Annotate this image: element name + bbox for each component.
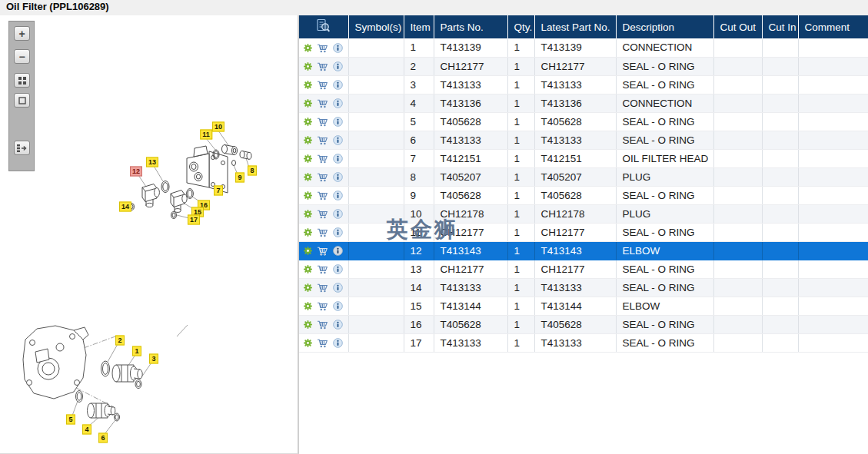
table-row[interactable]: 5 T405628 1 T405628 SEAL - O RING <box>299 112 868 131</box>
table-row[interactable]: 8 T405207 1 T405207 PLUG <box>299 167 868 186</box>
gear-icon[interactable] <box>304 44 312 52</box>
cart-icon[interactable] <box>317 191 328 200</box>
gear-icon[interactable] <box>304 283 312 292</box>
info-icon[interactable] <box>333 209 343 219</box>
callout-11[interactable]: 11 <box>200 130 212 140</box>
info-icon[interactable] <box>333 338 343 348</box>
header-symbols[interactable]: Symbol(s) <box>348 15 404 38</box>
gear-icon[interactable] <box>304 136 312 144</box>
table-row[interactable]: 2 CH12177 1 CH12177 SEAL - O RING <box>299 57 868 75</box>
cart-icon[interactable] <box>317 98 328 108</box>
info-icon[interactable] <box>333 61 343 71</box>
table-row[interactable]: 6 T413133 1 T413133 SEAL - O RING <box>299 131 868 149</box>
callout-10[interactable]: 10 <box>212 122 224 132</box>
header-comment[interactable]: Comment <box>798 15 868 38</box>
table-row[interactable]: 14 T413133 1 T413133 SEAL - O RING <box>299 278 868 297</box>
table-row[interactable]: 13 CH12177 1 CH12177 SEAL - O RING <box>299 260 868 278</box>
info-icon[interactable] <box>333 264 343 274</box>
gear-icon[interactable] <box>304 265 312 273</box>
header-latest-part-no[interactable]: Latest Part No. <box>534 15 616 38</box>
gear-icon[interactable] <box>304 62 312 71</box>
header-cut-in[interactable]: Cut In <box>762 15 798 38</box>
cart-icon[interactable] <box>317 246 328 256</box>
table-row[interactable]: 17 T413133 1 T413133 SEAL - O RING <box>299 333 868 352</box>
gear-icon[interactable] <box>304 320 312 329</box>
cart-icon[interactable] <box>317 117 328 127</box>
gear-icon[interactable] <box>304 210 312 218</box>
single-view-button[interactable] <box>14 93 30 108</box>
callout-5[interactable]: 5 <box>66 415 75 425</box>
cell-cut-in <box>762 333 798 352</box>
gear-icon[interactable] <box>304 191 312 200</box>
callout-6[interactable]: 6 <box>98 433 108 443</box>
callout-9[interactable]: 9 <box>235 173 244 183</box>
header-qty[interactable]: Qty. <box>507 15 534 38</box>
callout-12[interactable]: 12 <box>130 167 142 177</box>
cart-icon[interactable] <box>317 135 328 145</box>
header-item[interactable]: Item <box>404 15 434 38</box>
table-row[interactable]: 10 CH12178 1 CH12178 PLUG <box>299 204 868 223</box>
callout-13[interactable]: 13 <box>146 157 158 167</box>
gear-icon[interactable] <box>304 339 312 347</box>
header-description[interactable]: Description <box>616 15 713 38</box>
zoom-out-button[interactable]: − <box>14 49 30 64</box>
info-icon[interactable] <box>333 172 343 182</box>
header-cut-out[interactable]: Cut Out <box>713 15 762 38</box>
info-icon[interactable] <box>333 246 343 256</box>
cart-icon[interactable] <box>317 61 328 71</box>
callout-1[interactable]: 1 <box>132 346 141 356</box>
cart-icon[interactable] <box>317 227 328 237</box>
gear-icon[interactable] <box>304 118 312 126</box>
cart-icon[interactable] <box>317 264 328 274</box>
cart-icon[interactable] <box>317 172 328 182</box>
info-icon[interactable] <box>333 80 343 90</box>
cart-icon[interactable] <box>317 301 328 311</box>
gear-icon[interactable] <box>304 247 312 255</box>
callout-14[interactable]: 14 <box>119 202 131 212</box>
gear-icon[interactable] <box>304 302 312 310</box>
table-row[interactable]: 12 T413143 1 T413143 ELBOW <box>299 241 868 260</box>
info-icon[interactable] <box>333 191 343 200</box>
multi-view-button[interactable] <box>14 73 30 88</box>
gear-icon[interactable] <box>304 99 312 108</box>
table-row[interactable]: 15 T413144 1 T413144 ELBOW <box>299 297 868 315</box>
cart-icon[interactable] <box>317 338 328 348</box>
table-row[interactable]: 11 CH12177 1 CH12177 SEAL - O RING <box>299 223 868 241</box>
table-row[interactable]: 16 T405628 1 T405628 SEAL - O RING <box>299 315 868 333</box>
zoom-in-button[interactable]: + <box>14 26 30 41</box>
info-icon[interactable] <box>333 43 343 53</box>
cart-icon[interactable] <box>317 43 328 53</box>
callout-4[interactable]: 4 <box>82 425 91 435</box>
info-icon[interactable] <box>333 154 343 164</box>
callout-17[interactable]: 17 <box>188 215 200 225</box>
gear-icon[interactable] <box>304 81 312 89</box>
gear-icon[interactable] <box>304 228 312 237</box>
info-icon[interactable] <box>333 135 343 145</box>
callout-8[interactable]: 8 <box>248 166 257 176</box>
gear-icon[interactable] <box>304 173 312 181</box>
table-row[interactable]: 4 T413136 1 T413136 CONNECTION <box>299 94 868 112</box>
info-icon[interactable] <box>333 98 343 108</box>
cart-icon[interactable] <box>317 320 328 330</box>
table-row[interactable]: 7 T412151 1 T412151 OIL FILTER HEAD <box>299 149 868 167</box>
header-preview[interactable] <box>299 15 348 38</box>
callout-3[interactable]: 3 <box>149 354 158 364</box>
cart-icon[interactable] <box>317 80 328 90</box>
cart-icon[interactable] <box>317 154 328 164</box>
table-row[interactable]: 1 T413139 1 T413139 CONNECTION <box>299 38 868 57</box>
table-row[interactable]: 3 T413133 1 T413133 SEAL - O RING <box>299 75 868 94</box>
callout-2[interactable]: 2 <box>115 336 125 346</box>
gear-icon[interactable] <box>304 154 312 163</box>
info-icon[interactable] <box>333 301 343 311</box>
info-icon[interactable] <box>333 117 343 127</box>
info-icon[interactable] <box>333 283 343 293</box>
header-parts-no[interactable]: Parts No. <box>434 15 507 38</box>
callout-7[interactable]: 7 <box>214 186 223 196</box>
info-icon[interactable] <box>333 227 343 237</box>
cart-icon[interactable] <box>317 283 328 293</box>
cell-description: SEAL - O RING <box>616 131 713 149</box>
cart-icon[interactable] <box>317 209 328 219</box>
panel-toggle-button[interactable] <box>14 141 30 155</box>
table-row[interactable]: 9 T405628 1 T405628 SEAL - O RING <box>299 186 868 204</box>
info-icon[interactable] <box>333 320 343 330</box>
